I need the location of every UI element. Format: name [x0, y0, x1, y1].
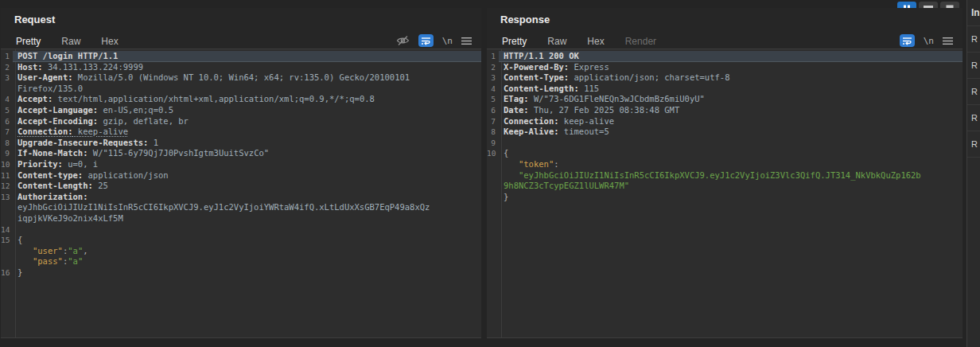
- line-number: 5: [487, 94, 499, 105]
- code-line: 16}: [1, 267, 481, 279]
- code-line: }: [487, 192, 962, 203]
- line-number: 7: [1, 127, 13, 138]
- line-number: 8: [1, 138, 13, 149]
- line-number: 13: [1, 192, 13, 203]
- request-editor[interactable]: 1POST /login HTTP/1.12Host: 34.131.133.2…: [1, 49, 481, 338]
- code-line: "eyJhbGciOiJIUzI1NiIsInR5cCI6IkpXVCJ9.ey…: [487, 170, 962, 181]
- line-number: 9: [1, 148, 13, 159]
- line-number: [487, 170, 499, 181]
- code-line: 13Authorization:: [1, 192, 481, 203]
- line-number: [1, 84, 13, 95]
- code-line: 8Upgrade-Insecure-Requests: 1: [1, 138, 481, 149]
- code-line: 5ETag: W/"73-6DG1FleNEQn3wJCbdmBz6miU0yU…: [487, 94, 962, 105]
- editor-menu-icon[interactable]: [461, 33, 472, 48]
- inspector-sections: RRRRR: [967, 26, 980, 158]
- response-editor[interactable]: 1HTTP/1.1 200 OK2X-Powered-By: Express3C…: [487, 49, 962, 338]
- inspector-panel[interactable]: In RRRRR: [966, 0, 980, 347]
- code-line: "token":: [487, 159, 962, 170]
- line-number: [1, 256, 13, 267]
- code-line: 6Date: Thu, 27 Feb 2025 08:38:48 GMT: [487, 105, 962, 116]
- request-panel: Request PrettyRawHex \n: [1, 8, 481, 338]
- inspector-section[interactable]: R: [967, 105, 980, 131]
- line-number: 3: [1, 72, 13, 84]
- line-number: 1: [487, 51, 499, 62]
- show-newlines-icon[interactable]: \n: [924, 33, 934, 48]
- response-code-area: 1HTTP/1.1 200 OK2X-Powered-By: Express3C…: [487, 51, 962, 202]
- line-number: 2: [1, 62, 13, 73]
- burp-repeater-window: { "layout_buttons": [ { "name": "columns…: [0, 0, 980, 347]
- line-number: 1: [1, 51, 13, 62]
- line-number: [1, 202, 13, 213]
- line-number: 11: [1, 170, 13, 181]
- line-number: [1, 246, 13, 257]
- line-number: 4: [487, 84, 499, 95]
- line-number: [1, 213, 13, 224]
- show-newlines-icon[interactable]: \n: [442, 33, 453, 48]
- code-line: Firefox/135.0: [1, 84, 481, 95]
- soft-wrap-icon[interactable]: [418, 34, 434, 47]
- request-code-area: 1POST /login HTTP/1.12Host: 34.131.133.2…: [1, 51, 481, 278]
- line-number: 10: [1, 159, 13, 170]
- code-line: 1HTTP/1.1 200 OK: [487, 51, 962, 62]
- line-number: 8: [487, 127, 499, 138]
- editor-menu-icon[interactable]: [943, 33, 953, 48]
- line-number: 3: [487, 72, 499, 84]
- line-number: 15: [1, 235, 13, 246]
- code-line: 5Accept-Language: en-US,en;q=0.5: [1, 105, 481, 116]
- inspector-section[interactable]: R: [967, 79, 980, 105]
- line-number: 6: [1, 116, 13, 127]
- code-line: 9h8NCZ3cTcypEGZ1lULWR47M": [487, 181, 962, 192]
- response-panel: Response PrettyRawHexRender \n 1HTTP/1.1…: [487, 8, 962, 338]
- code-line: 12Content-Length: 25: [1, 181, 481, 192]
- request-panel-title: Request: [14, 14, 55, 25]
- line-number: 9: [487, 138, 499, 149]
- line-number: 16: [1, 267, 13, 279]
- code-line: "user":"a",: [1, 246, 481, 257]
- response-toolbar: \n: [900, 33, 953, 48]
- code-line: 6Accept-Encoding: gzip, deflate, br: [1, 116, 481, 127]
- line-number: 12: [1, 181, 13, 192]
- line-number: 14: [1, 224, 13, 236]
- code-line: 4Accept: text/html,application/xhtml+xml…: [1, 94, 481, 105]
- line-number: [487, 192, 499, 203]
- code-line: 1POST /login HTTP/1.1: [1, 51, 481, 62]
- code-line: 9If-None-Match: W/"115-6y79Qj7J0PvshIgtm…: [1, 148, 481, 159]
- code-line: 4Content-Length: 115: [487, 84, 962, 95]
- line-number: 6: [487, 105, 499, 116]
- inspector-section[interactable]: R: [967, 131, 980, 158]
- code-line: 3Content-Type: application/json; charset…: [487, 72, 962, 84]
- inspector-section[interactable]: R: [967, 26, 980, 53]
- code-line: 7Connection: keep-alive: [1, 127, 481, 138]
- inspector-section[interactable]: R: [967, 53, 980, 79]
- code-line: 15{: [1, 235, 481, 246]
- code-line: eyJhbGciOiJIUzI1NiIsInR5cCI6IkpXVCJ9.eyJ…: [1, 202, 481, 213]
- code-line: 9: [487, 138, 962, 149]
- code-line: 10Priority: u=0, i: [1, 159, 481, 170]
- soft-wrap-icon[interactable]: [900, 34, 915, 47]
- line-number: 4: [1, 94, 13, 105]
- line-number: 5: [1, 105, 13, 116]
- request-toolbar: \n: [396, 33, 472, 48]
- code-line: "pass":"a": [1, 256, 481, 267]
- response-panel-title: Response: [500, 14, 550, 25]
- line-number: 2: [487, 62, 499, 73]
- line-number: [487, 159, 499, 170]
- line-number: 7: [487, 116, 499, 127]
- code-line: 7Connection: keep-alive: [487, 116, 962, 127]
- code-line: 10{: [487, 148, 962, 159]
- hide-matches-eye-off-icon[interactable]: [396, 33, 410, 48]
- code-line: 8Keep-Alive: timeout=5: [487, 127, 962, 138]
- line-number: 10: [487, 148, 499, 159]
- code-line: 3User-Agent: Mozilla/5.0 (Windows NT 10.…: [1, 72, 481, 84]
- code-line: 2X-Powered-By: Express: [487, 62, 962, 73]
- code-line: 14: [1, 224, 481, 236]
- code-line: iqpjkVKeJ9o2nix4xLf5M: [1, 213, 481, 224]
- line-number: [487, 181, 499, 192]
- code-line: 11Content-type: application/json: [1, 170, 481, 181]
- inspector-title: In: [967, 0, 980, 26]
- code-line: 2Host: 34.131.133.224:9999: [1, 62, 481, 73]
